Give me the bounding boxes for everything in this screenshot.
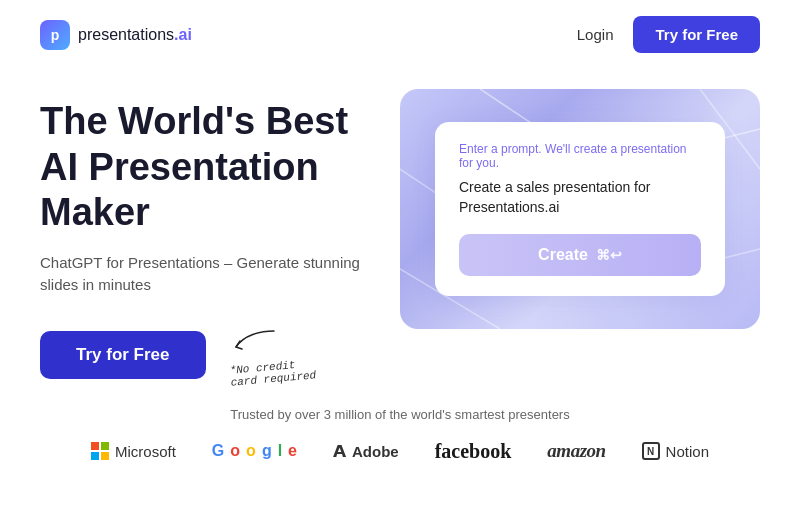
brand-facebook: facebook: [435, 440, 512, 463]
brand-google: Google: [212, 442, 297, 460]
logo: p presentations.ai: [40, 20, 192, 50]
brand-adobe: 𝗔 Adobe: [333, 441, 399, 462]
microsoft-label: Microsoft: [115, 443, 176, 460]
microsoft-icon: [91, 442, 109, 460]
login-button[interactable]: Login: [577, 26, 614, 43]
logo-icon: p: [40, 20, 70, 50]
hero-section: The World's Best AI Presentation Maker C…: [0, 69, 800, 385]
logo-text: presentations.ai: [78, 26, 192, 44]
hero-subtitle: ChatGPT for Presentations – Generate stu…: [40, 252, 360, 297]
brand-microsoft: Microsoft: [91, 442, 176, 460]
trusted-section: Trusted by over 3 million of the world's…: [0, 385, 800, 477]
hero-left: The World's Best AI Presentation Maker C…: [40, 89, 360, 385]
demo-card: Enter a prompt. We'll create a presentat…: [435, 122, 725, 295]
hero-cta-wrap: Try for Free *No creditcard required: [40, 325, 360, 385]
adobe-icon: 𝗔: [333, 441, 346, 462]
brands-row: Microsoft Google 𝗔 Adobe facebook amazon…: [40, 440, 760, 463]
demo-prompt-label: Enter a prompt. We'll create a presentat…: [459, 142, 701, 170]
demo-preview: Enter a prompt. We'll create a presentat…: [400, 89, 760, 329]
no-credit-note: *No creditcard required: [230, 325, 316, 385]
cmd-icon: ⌘↩: [596, 247, 622, 263]
no-credit-text: *No creditcard required: [229, 357, 317, 388]
brand-notion: N Notion: [642, 442, 709, 460]
nav-right: Login Try for Free: [577, 16, 760, 53]
notion-label: Notion: [666, 443, 709, 460]
demo-input-text: Create a sales presentation for Presenta…: [459, 178, 701, 217]
trusted-text: Trusted by over 3 million of the world's…: [40, 407, 760, 422]
demo-create-button[interactable]: Create ⌘↩: [459, 234, 701, 276]
arrow-icon: [230, 325, 278, 357]
nav-try-free-button[interactable]: Try for Free: [633, 16, 760, 53]
notion-icon: N: [642, 442, 660, 460]
brand-amazon: amazon: [547, 440, 605, 462]
hero-try-free-button[interactable]: Try for Free: [40, 331, 206, 379]
facebook-label: facebook: [435, 440, 512, 463]
adobe-label: Adobe: [352, 443, 399, 460]
amazon-label: amazon: [547, 440, 605, 462]
hero-title: The World's Best AI Presentation Maker: [40, 99, 360, 236]
navbar: p presentations.ai Login Try for Free: [0, 0, 800, 69]
